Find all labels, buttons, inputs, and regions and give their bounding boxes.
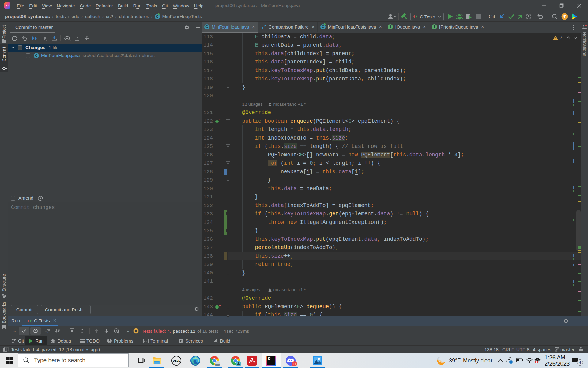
svg-text:3: 3 bbox=[536, 361, 537, 363]
svg-text:z: z bbox=[47, 331, 49, 334]
